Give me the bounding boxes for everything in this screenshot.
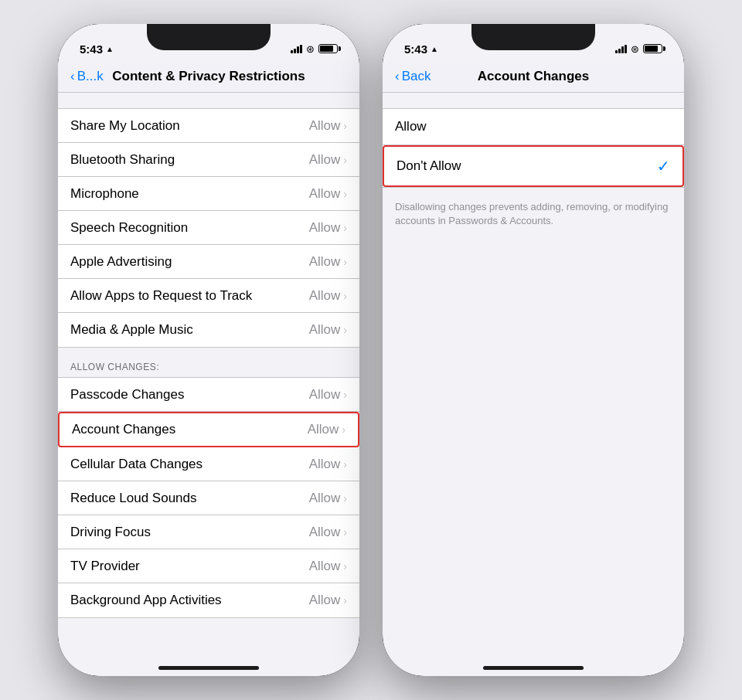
list-item-reduce-loud[interactable]: Reduce Loud Sounds Allow › [58,481,359,515]
list-item-passcode[interactable]: Passcode Changes Allow › [58,378,359,412]
screen-right: 5:43 ▲ ⊛ ‹ Back [383,24,684,676]
chevron-icon: › [343,154,347,166]
chevron-icon: › [343,324,347,336]
chevron-icon: › [343,492,347,505]
list-item-speech[interactable]: Speech Recognition Allow › [58,211,359,245]
chevron-icon: › [343,222,347,234]
option-allow[interactable]: Allow [383,109,684,145]
chevron-icon: › [342,423,345,436]
checkmark-icon: ✓ [657,157,670,175]
home-indicator-right [483,666,584,670]
chevron-icon: › [343,120,347,132]
nav-title-left: Content & Privacy Restrictions [70,69,347,84]
list-item-bluetooth[interactable]: Bluetooth Sharing Allow › [58,143,359,177]
nav-title-right: Account Changes [395,69,672,84]
wifi-left: ⊛ [306,43,315,55]
signal-left [291,44,302,53]
detail-content-right: Allow Don't Allow ✓ Disallowing changes … [383,93,684,240]
nav-bar-right: ‹ Back Account Changes [383,63,684,93]
battery-left [318,44,338,53]
option-dont-allow[interactable]: Don't Allow ✓ [383,145,684,187]
screen-left: 5:43 ▲ ⊛ ‹ B...k [58,24,359,676]
list-item-bg-app[interactable]: Background App Activities Allow › [58,583,359,617]
detail-note: Disallowing changes prevents adding, rem… [383,194,684,240]
notch-left [147,24,271,50]
location-arrow-right: ▲ [431,45,438,53]
back-button-left[interactable]: ‹ B...k [70,69,104,84]
chevron-icon: › [343,594,347,607]
back-button-right[interactable]: ‹ Back [395,69,431,84]
list-group-2: Passcode Changes Allow › Account Changes… [58,377,359,618]
phone-left: 5:43 ▲ ⊛ ‹ B...k [58,24,359,676]
home-indicator-left [158,666,259,670]
list-item-account-changes[interactable]: Account Changes Allow › [58,412,359,447]
nav-bar-left: ‹ B...k Content & Privacy Restrictions [58,63,359,93]
options-list: Allow Don't Allow ✓ [383,108,684,188]
nav-row-right: ‹ Back Account Changes [395,69,672,84]
phone-right: 5:43 ▲ ⊛ ‹ Back [383,24,684,676]
list-item-track[interactable]: Allow Apps to Request to Track Allow › [58,279,359,313]
time-left: 5:43 [80,42,103,56]
section-header-allow-changes: ALLOW CHANGES: [58,348,359,377]
location-arrow-left: ▲ [106,45,114,53]
list-item-media[interactable]: Media & Apple Music Allow › [58,313,359,347]
wifi-right: ⊛ [631,43,639,55]
chevron-icon: › [343,526,347,539]
chevron-icon: › [343,256,347,268]
list-item-cellular[interactable]: Cellular Data Changes Allow › [58,447,359,481]
chevron-icon: › [343,290,347,302]
time-right: 5:43 [404,42,427,56]
chevron-icon: › [343,389,347,401]
list-item-tv-provider[interactable]: TV Provider Allow › [58,549,359,583]
list-item-microphone[interactable]: Microphone Allow › [58,177,359,211]
chevron-icon: › [343,560,347,573]
chevron-icon: › [343,458,347,471]
nav-row-left: ‹ B...k Content & Privacy Restrictions [70,69,347,84]
status-icons-left: ⊛ [291,43,338,55]
list-group-1: Share My Location Allow › Bluetooth Shar… [58,108,359,348]
list-item-apple-advertising[interactable]: Apple Advertising Allow › [58,245,359,279]
notch-right [471,24,595,50]
signal-right [615,44,627,53]
settings-content-left: Share My Location Allow › Bluetooth Shar… [58,93,359,663]
chevron-icon: › [343,188,347,200]
battery-right [643,44,662,53]
list-item-driving-focus[interactable]: Driving Focus Allow › [58,515,359,549]
status-icons-right: ⊛ [615,43,662,55]
list-item-share-location[interactable]: Share My Location Allow › [58,109,359,143]
